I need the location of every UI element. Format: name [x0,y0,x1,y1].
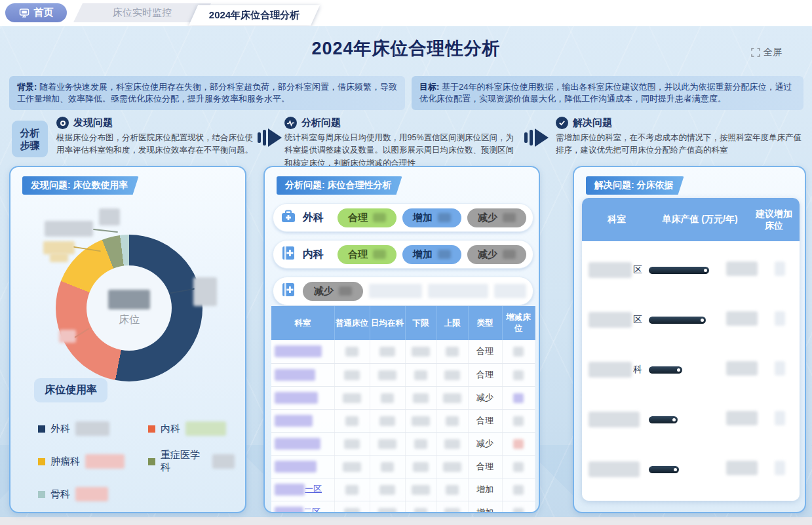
col-type: 类型 [468,306,502,340]
donut-center-label: 床位 [119,313,140,327]
step-discover-title: 发现问题 [73,117,113,129]
step-discover-text: 根据床位分布图，分析医院床位配置现状，结合床位使用率评估科室饱和度，发现床位效率… [56,132,257,157]
status-pill-减少[interactable]: 减少 [467,208,526,227]
legend-marker [148,458,155,465]
table-row: 二区增加 [271,501,535,513]
redacted-value [414,370,427,380]
redacted-value [513,416,524,426]
redacted-dept-name [589,262,632,278]
status-pill-增加[interactable]: 增加 [402,208,461,227]
delta-value [502,455,535,478]
value-bar [649,416,678,423]
redacted-legend-value [212,454,235,469]
bottom-strip [0,517,812,525]
redacted-add-beds [775,411,785,425]
delta-value [502,340,535,363]
fullscreen-label: 全屏 [764,47,782,58]
redacted-chart-label [50,253,68,262]
redacted-value [443,393,461,403]
tab-analysis[interactable]: 2024年床位合理分析 [189,5,320,26]
target-icon [56,117,69,129]
delta-value [502,478,535,501]
tab-monitor-label: 床位实时监控 [113,7,172,19]
type-value: 合理 [468,455,502,478]
redacted-value [726,311,758,326]
solve-row: 科 [589,361,793,378]
redacted-value [414,508,427,513]
book-icon [280,244,297,264]
step-discover: 发现问题 根据床位分布图，分析医院床位配置现状，结合床位使用率评估科室饱和度，发… [56,117,257,157]
status-pill-合理[interactable]: 合理 [338,208,396,227]
redacted-value [444,508,460,513]
check-icon [556,117,568,129]
type-value: 合理 [468,340,502,363]
delta-value [502,501,535,513]
value-bar [649,267,709,274]
dept-link[interactable]: 一区 [305,484,322,494]
redacted-value [413,462,429,472]
redacted-value [379,485,395,495]
dashboard-page: 首页 床位实时监控 2024年床位合理分析 2024年床位合理性分析 全屏 背景… [0,0,812,525]
redacted-dept-name [589,412,640,427]
value-bar [649,317,706,324]
status-pill-合理[interactable]: 合理 [338,245,396,264]
legend-item[interactable]: 外科 [38,421,148,436]
status-pill-减少[interactable]: 减少 [303,282,363,301]
tab-home[interactable]: 首页 [5,3,67,22]
redacted-value [513,439,524,449]
dept-row-外科: 外科合理增加减少 [273,203,533,232]
redacted-value [344,508,360,513]
redacted-legend-value [85,454,125,469]
redacted-chart-label [99,208,120,225]
steps-label: 分析 步骤 [12,121,48,157]
redacted-pill-count [438,250,451,259]
bed-usage-donut-chart[interactable]: 床位 [56,235,203,381]
redacted-value [412,416,430,426]
panel-analyze-badge: 分析问题: 床位合理性分析 [277,176,402,195]
redacted-pill-count [438,213,451,222]
solve-col-value: 单床产值 (万元/年) [645,214,755,225]
fast-forward-icon [258,128,282,147]
goal-label: 目标: [419,82,439,92]
panel-analyze: 分析问题: 床位合理性分析 外科合理增加减少内科合理增加减少减少 科室 普通床位… [263,166,540,513]
legend-marker [38,491,45,498]
step-analyze-title: 分析问题 [301,117,341,129]
dept-link[interactable]: 二区 [303,507,320,513]
redacted-dept-name [275,345,322,357]
table-row: 合理 [271,409,535,432]
legend-item[interactable]: 骨科 [38,487,148,501]
col-lower: 下限 [405,306,436,340]
pill-label: 合理 [348,248,368,261]
step-solve: 解决问题 需增加床位的科室，在不考虑成本的情况下，按照科室年度单床产值排序，建议… [556,117,806,157]
status-pill-增加[interactable]: 增加 [402,245,461,264]
medkit-icon [280,208,297,227]
redacted-pill-count [503,213,516,222]
solve-row: 区 [589,262,793,279]
legend-label: 重症医学科 [161,449,207,474]
status-pill-减少[interactable]: 减少 [467,245,526,264]
redacted-value [513,508,524,513]
legend-item[interactable]: 重症医学科 [148,449,235,474]
tab-analysis-label: 2024年床位合理分析 [209,9,300,22]
redacted-dept-name [275,507,303,513]
redacted-legend-value [185,421,226,436]
pulse-icon [284,117,297,129]
redacted-value [343,462,361,472]
redacted-chart-label [193,277,217,306]
fullscreen-button[interactable]: 全屏 [751,47,782,58]
redacted-pill-count [373,213,386,222]
pill-label: 增加 [413,248,433,261]
redacted-value [446,347,459,357]
redacted-dept-name [589,312,632,328]
redacted-text [369,284,422,298]
fullscreen-icon [751,48,760,57]
redacted-legend-value [75,487,108,501]
legend-item[interactable]: 内科 [148,421,235,436]
type-value: 合理 [468,363,502,386]
legend-label: 内科 [161,423,180,435]
redacted-value [414,439,427,449]
legend-item[interactable]: 肿瘤科 [38,454,148,469]
pill-label: 减少 [478,248,497,261]
dept-name-suffix: 科 [633,364,642,376]
col-normal-beds: 普通床位 [334,306,370,340]
